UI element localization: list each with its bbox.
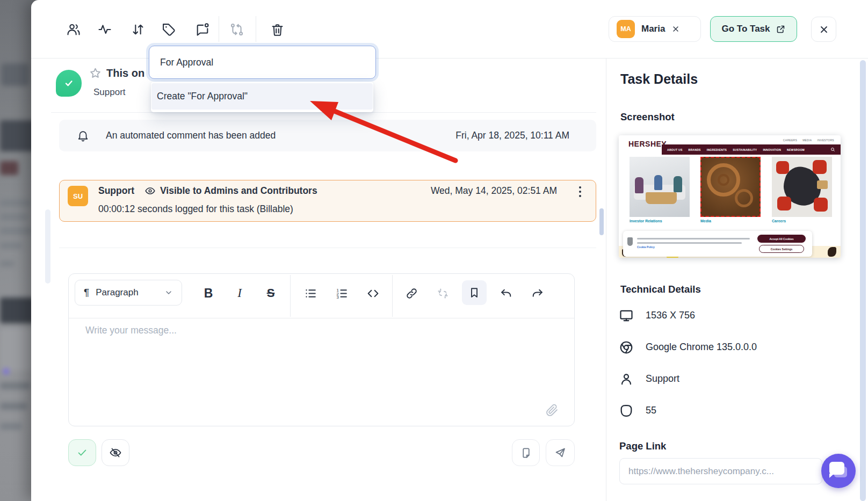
bookmark-button[interactable]	[462, 280, 487, 305]
unlink-button[interactable]	[431, 281, 454, 305]
strikethrough-button[interactable]: S	[259, 281, 283, 305]
code-button[interactable]	[361, 281, 385, 305]
paragraph-style-dropdown[interactable]: ¶ Paragraph	[75, 280, 182, 306]
feed-divider	[59, 248, 596, 248]
toolbar-separator	[256, 16, 256, 42]
avatar: MA	[617, 20, 635, 38]
shield-badge-icon	[619, 403, 634, 418]
hershey-top-links: CAREERSMEDIAINVESTORS	[783, 139, 834, 142]
message-placeholder: Write your message...	[85, 325, 177, 336]
paragraph-label: Paragraph	[96, 287, 138, 298]
go-to-task-label: Go To Task	[721, 24, 770, 34]
close-modal-button[interactable]	[811, 17, 836, 42]
message-editor: ¶ Paragraph B I S 123	[68, 273, 575, 426]
comment-menu-button[interactable]	[573, 184, 587, 200]
code-icon	[366, 287, 380, 300]
kebab-icon	[575, 185, 585, 199]
sort-button[interactable]	[129, 20, 147, 39]
tech-row-browser: Google Chrome 135.0.0.0	[619, 331, 850, 363]
tech-row-reporter: Support	[619, 363, 850, 395]
workflow-button[interactable]	[228, 20, 246, 39]
hershey-nav-bar: ABOUT USBRANDSINGREDIENTSSUSTAINABILITYI…	[662, 144, 841, 155]
italic-button[interactable]: I	[228, 281, 251, 305]
unlink-icon	[436, 287, 450, 300]
comment-avatar: SU	[68, 186, 88, 206]
sort-arrows-icon	[131, 22, 146, 37]
link-icon	[405, 287, 418, 300]
photo-link: Media	[700, 219, 711, 223]
redo-button[interactable]	[525, 281, 549, 305]
internal-note-visibility-button[interactable]	[102, 439, 129, 466]
bullet-list-button[interactable]	[299, 281, 322, 305]
git-compare-icon	[229, 22, 244, 37]
attach-file-button[interactable]	[544, 402, 560, 418]
visibility-eye-icon	[144, 185, 156, 197]
delete-task-button[interactable]	[268, 20, 286, 39]
eye-off-icon	[109, 446, 122, 459]
activity-button[interactable]	[96, 20, 114, 39]
photo-link: Investor Relations	[630, 219, 662, 223]
send-button[interactable]	[546, 439, 575, 466]
activity-icon	[97, 22, 112, 37]
left-scrollbar-thumb[interactable]	[45, 209, 50, 284]
assignee-name: Maria	[641, 24, 665, 34]
task-subtitle: Support	[93, 87, 126, 98]
external-link-icon	[776, 24, 786, 34]
chat-widget-button[interactable]	[821, 454, 856, 488]
bullet-list-icon	[304, 287, 317, 300]
technical-details-label: Technical Details	[620, 284, 701, 295]
check-icon	[76, 447, 88, 459]
modal-scrollbar-thumb[interactable]	[860, 60, 866, 501]
notification-text: An automated comment has been added	[106, 130, 276, 141]
approve-comment-button[interactable]	[68, 439, 96, 466]
assignees-button[interactable]	[64, 20, 83, 39]
screen: MA Maria Go To Task This on Support An a…	[0, 0, 868, 501]
assignee-chip[interactable]: MA Maria	[609, 16, 701, 42]
chevron-down-icon	[164, 288, 173, 297]
send-icon	[554, 446, 567, 459]
undo-button[interactable]	[494, 281, 518, 305]
create-status-option[interactable]: Create "For Approval"	[151, 83, 373, 110]
cookie-icon	[627, 237, 633, 246]
tags-button[interactable]	[160, 20, 178, 39]
feed-scrollbar-thumb[interactable]	[599, 208, 604, 235]
task-screenshot-thumbnail[interactable]: HERSHEY CAREERSMEDIAINVESTORS ABOUT USBR…	[619, 135, 841, 258]
accept-cookies-button: Accept All Cookies	[757, 235, 806, 243]
cookie-consent-bar: Cookie Policy Accept All Cookies Cookies…	[623, 231, 812, 257]
favorite-star-button[interactable]	[88, 66, 102, 80]
users-icon	[66, 22, 81, 37]
sidebar-title: Task Details	[620, 71, 698, 87]
editor-separator	[290, 275, 291, 317]
cookie-policy-link: Cookie Policy	[637, 245, 655, 249]
notification-timestamp: Fri, Apr 18, 2025, 10:11 AM	[455, 130, 569, 141]
section-divider	[51, 112, 596, 113]
status-comment-button[interactable]	[193, 20, 212, 39]
message-input-area[interactable]: Write your message...	[69, 318, 574, 426]
photo-careers	[772, 157, 832, 217]
note-page-icon	[520, 447, 532, 459]
bold-button[interactable]: B	[197, 281, 220, 305]
toolbar-separator	[219, 16, 219, 42]
comment-visibility: Visible to Admins and Contributors	[160, 185, 317, 197]
comment-body: 00:00:12 seconds logged for this task (B…	[98, 204, 293, 215]
svg-text:3: 3	[336, 295, 338, 300]
cookie-settings-button: Cookies Settings	[759, 245, 804, 253]
page-link-input[interactable]	[619, 458, 822, 484]
editor-separator	[392, 275, 393, 317]
link-button[interactable]	[400, 281, 423, 305]
status-combobox-value: For Approval	[160, 57, 213, 68]
notification-card: An automated comment has been added Fri,…	[59, 120, 596, 151]
chat-bubble-icon	[829, 462, 844, 475]
go-to-task-button[interactable]: Go To Task	[710, 16, 797, 42]
ordered-list-button[interactable]: 123	[330, 281, 353, 305]
comment-timestamp: Wed, May 14, 2025, 02:51 AM	[431, 185, 557, 197]
status-check-badge[interactable]	[56, 70, 82, 97]
note-template-button[interactable]	[512, 439, 540, 466]
screenshot-label: Screenshot	[620, 111, 675, 123]
task-title: This on	[106, 67, 144, 79]
close-icon	[819, 24, 829, 35]
chrome-icon	[619, 340, 634, 355]
comment-status-icon	[195, 22, 210, 37]
status-combobox[interactable]: For Approval	[149, 46, 376, 79]
remove-assignee-icon[interactable]	[671, 25, 680, 33]
